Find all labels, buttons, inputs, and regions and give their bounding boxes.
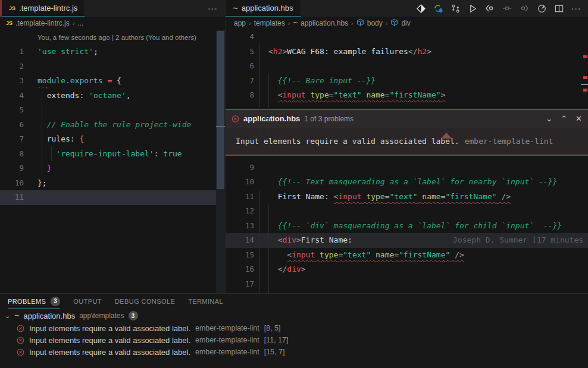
peek-header[interactable]: application.hbs 1 of 3 problems ⌄ ⌃ ✕ [226,110,588,128]
problem-row[interactable]: Input elements require a valid associate… [0,322,588,334]
code-line[interactable]: 17 [226,277,588,292]
indent-guide [42,88,42,176]
chevron-right-icon: › [249,20,251,27]
problem-position: [8, 5] [264,324,281,332]
scrollbar-slider[interactable] [217,31,224,189]
vertical-scrollbar[interactable] [216,30,225,293]
indent-guide [51,146,52,161]
line-number: 9 [226,161,254,175]
code-lines: 910 {{!-- Text masquerading as a `label`… [226,161,588,292]
peek-message: Input elements require a valid associate… [236,137,459,146]
more-actions-icon[interactable]: ··· [570,2,582,14]
file-problems-badge: 3 [129,311,138,320]
tab-terminal[interactable]: TERMINAL [188,294,223,309]
code-line[interactable]: 8 'require-input-label': true [0,147,216,162]
code-line[interactable]: 15 <input type="text" name="firstName" /… [226,248,588,263]
code-line[interactable]: 8 <input type="text" name="firstName"> [226,88,588,103]
editor-template-lintrc[interactable]: You, a few seconds ago | 2 authors (You … [0,30,225,293]
problems-peek-widget: application.hbs 1 of 3 problems ⌄ ⌃ ✕ In… [226,109,588,156]
tab-template-lintrc[interactable]: JS .template-lintrc.js [2,0,85,17]
code-line[interactable]: 5 [0,103,216,118]
tab-debug-console[interactable]: DEBUG CONSOLE [115,294,175,309]
chevron-down-icon[interactable]: ⌄ [546,114,552,123]
code-line[interactable]: 12 [226,204,588,219]
chevron-up-icon[interactable]: ⌃ [561,114,567,123]
code-line[interactable]: 4 extends: 'octane', [0,89,216,103]
peek-message-row[interactable]: Input elements require a valid associate… [226,128,588,155]
code-line[interactable]: 11 First Name: <input type="text" name="… [226,190,588,205]
code-line[interactable]: 6 // Enable the rule project-wide [0,118,216,133]
code-line[interactable]: 13 {{!-- `div` masquerading as a `label`… [226,219,588,234]
fold-hint[interactable]: ··· [37,85,49,91]
code-line[interactable]: 16 </div> [226,262,588,277]
breadcrumb-symbol[interactable]: div [401,19,410,27]
problems-file-group[interactable]: ⌄ ~ application.hbs app\templates 3 [0,309,588,322]
more-actions-icon[interactable]: ··· [208,0,225,17]
editor-application-hbs[interactable]: 45<h2>WCAG F68: example failures</h2>67 … [226,30,588,293]
file-path: app\templates [79,312,124,320]
code-line[interactable]: 14 <div>First Name:Joseph D. Sumner [17 … [226,233,588,248]
tab-label: application.hbs [242,4,293,12]
javascript-icon: JS [9,5,15,11]
run-icon[interactable] [467,2,478,14]
line-number: 15 [226,248,254,263]
code-line[interactable]: 7 rules: { [0,132,216,147]
chevron-right-icon: › [386,20,388,27]
code-lines: 45<h2>WCAG F68: example failures</h2>67 … [226,30,588,103]
indent-guide [268,73,269,133]
code-line[interactable]: 6 [226,59,588,74]
problem-source: ember-template-lint [195,336,259,344]
code-line[interactable]: 9 } [0,161,216,176]
code-line[interactable]: 5<h2>WCAG F68: example failures</h2> [226,45,588,59]
tab-output[interactable]: OUTPUT [73,294,102,309]
git-compare-icon[interactable] [449,2,461,14]
code-line[interactable]: 4 [226,30,588,45]
timeline-icon[interactable] [536,2,548,14]
code-line[interactable]: 7 {{!-- Bare input --}} [226,74,588,89]
chevron-down-icon[interactable]: ⌄ [5,312,10,320]
error-icon [17,336,24,344]
breadcrumb-folder[interactable]: app [234,19,246,27]
nav-back-icon[interactable] [484,2,496,14]
tab-application-hbs[interactable]: ~ application.hbs [226,0,301,17]
code-line[interactable]: 3module.exports = { [0,74,216,89]
right-tab-bar: ~ application.hbs [226,0,588,17]
breadcrumb-folder[interactable]: templates [254,19,285,27]
problem-row[interactable]: Input elements require a valid associate… [0,346,588,358]
code-line[interactable]: 1'use strict'; [0,45,216,59]
code-line[interactable]: 11 [0,190,216,205]
code-text: {{!-- Bare input --}} [254,74,376,89]
sync-icon[interactable] [432,2,444,14]
line-number: 13 [226,219,254,234]
breadcrumb-symbol[interactable]: ... [77,19,83,27]
format-icon[interactable] [415,2,427,14]
scroll-position-mark [581,84,588,85]
tab-problems[interactable]: PROBLEMS 3 [8,294,60,309]
error-mark [583,55,587,58]
breadcrumb-symbol[interactable]: body [367,19,383,27]
codelens-authors[interactable]: You, a few seconds ago | 2 authors (You … [0,30,225,45]
problems-count-badge: 3 [51,297,60,306]
problem-row[interactable]: Input elements require a valid associate… [0,334,588,346]
code-line[interactable]: 10}; [0,176,216,191]
code-lines: 1'use strict';23module.exports = {4 exte… [0,45,216,205]
code-line[interactable]: 2 [0,59,216,74]
line-number: 4 [0,89,24,103]
breadcrumb-file[interactable]: .template-lintrc.js [15,19,70,27]
line-number: 5 [226,45,254,59]
line-number: 14 [226,233,254,248]
code-line[interactable]: 10 {{!-- Text masquerading as a `label` … [226,175,588,190]
nav-current-icon[interactable] [501,2,513,14]
split-editor-icon[interactable] [553,2,565,14]
nav-forward-icon[interactable] [518,2,530,14]
code-text [254,30,268,45]
line-number: 11 [226,190,254,205]
code-line[interactable]: 9 [226,161,588,175]
breadcrumb-file[interactable]: application.hbs [301,19,348,27]
error-mark [583,89,587,92]
line-number: 10 [226,175,254,190]
line-number: 3 [0,74,24,89]
line-number: 12 [226,204,254,219]
peek-arrow [441,133,452,139]
indent-guide [268,205,269,293]
